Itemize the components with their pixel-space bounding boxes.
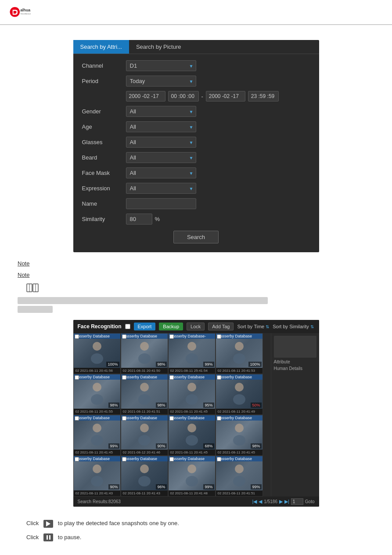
face-cell-timestamp: 02 2021-08-11 20:41:45: [169, 450, 215, 455]
face-cell-checkbox[interactable]: [122, 457, 126, 461]
facemask-select[interactable]: All: [126, 167, 196, 178]
export-button[interactable]: Export: [134, 323, 156, 330]
lock-button[interactable]: Lock: [187, 323, 205, 330]
page-input[interactable]: [291, 498, 303, 505]
face-silhouette: [179, 378, 205, 405]
face-cell-checkbox[interactable]: [217, 375, 221, 380]
face-cell-checkbox[interactable]: [75, 416, 79, 421]
face-silhouette: [84, 378, 110, 405]
beard-select[interactable]: All: [126, 152, 196, 163]
face-cell[interactable]: Passerby Database100%02 2021-08-11 20:41…: [73, 333, 121, 374]
face-cell-checkbox[interactable]: [169, 416, 174, 421]
face-cell-image: Passerby Database98%: [216, 415, 263, 450]
dahua-logo-icon: alhua TECHNOLOGY: [9, 4, 31, 20]
date-separator: -: [201, 93, 203, 100]
glasses-select[interactable]: All: [126, 137, 196, 148]
name-label: Name: [82, 200, 126, 207]
face-silhouette: [226, 378, 252, 405]
book-icon: [26, 283, 39, 293]
face-cell-checkbox[interactable]: [75, 334, 79, 339]
face-cell[interactable]: Passerby Database96%02 2021-08-11 20:41:…: [121, 456, 168, 497]
search-results-text: Search Results:82063: [78, 499, 121, 504]
face-cell-checkbox[interactable]: [169, 375, 174, 380]
face-cell-checkbox[interactable]: [122, 416, 126, 421]
face-cell-checkbox[interactable]: [169, 334, 174, 339]
tab-search-by-attribute[interactable]: Search by Attri...: [73, 40, 129, 54]
face-cell-checkbox[interactable]: [217, 457, 221, 461]
glasses-select-wrapper: All: [126, 137, 196, 148]
face-cell-checkbox[interactable]: [217, 416, 221, 421]
face-cell-checkbox[interactable]: [122, 375, 126, 380]
face-cell-timestamp: 02 2021-08-11 20:41:48: [169, 490, 215, 496]
gender-select[interactable]: All: [126, 106, 196, 117]
main-content: Search by Attri... Search by Picture Cha…: [0, 31, 392, 555]
face-cell[interactable]: Passerby Database99%02 2021-08-11 20:41:…: [73, 415, 121, 456]
tab-search-by-picture[interactable]: Search by Picture: [129, 40, 188, 54]
date-end-input[interactable]: [206, 91, 245, 102]
pause-bar-right: [49, 535, 50, 540]
expression-label: Expression: [82, 185, 126, 192]
face-cell[interactable]: Passerby Database98%02 2021-08-11 20:41:…: [73, 374, 121, 415]
face-cell-score: 98%: [251, 443, 261, 449]
face-silhouette: [131, 419, 158, 446]
face-cell-timestamp: 02 2021-08-11 20:41:45: [74, 450, 120, 455]
add-tag-button[interactable]: Add Tag: [208, 323, 234, 330]
face-cell[interactable]: Passerby Database90%02 2021-08-11 20:41:…: [73, 456, 121, 497]
svg-point-27: [187, 424, 196, 432]
face-cell[interactable]: Passerby Database99%02 2021-08-11 20:41:…: [216, 456, 263, 497]
face-recognition-panel: Face Recognition Export Backup Lock Add …: [73, 320, 319, 507]
period-select[interactable]: Today: [126, 76, 196, 87]
sort-similarity-arrows[interactable]: ⇅: [310, 324, 314, 329]
name-input[interactable]: [126, 198, 196, 209]
face-cell[interactable]: Passerby Database50%02 2021-08-11 20:41:…: [216, 374, 263, 415]
face-cell-checkbox[interactable]: [75, 457, 79, 461]
face-cell[interactable]: Passerby Database95%02 2021-08-11 20:41:…: [168, 374, 216, 415]
face-panel-placeholder: [274, 336, 316, 358]
face-cell-checkbox[interactable]: [217, 334, 221, 339]
svg-point-21: [235, 383, 244, 392]
date-start-input[interactable]: [126, 91, 165, 102]
face-cell[interactable]: Passerby Database98%02 2021-08-11 20:41:…: [121, 374, 168, 415]
gender-select-wrapper: All: [126, 106, 196, 117]
face-cell[interactable]: Passerby Database99%02 2021-08-11 20:41:…: [168, 456, 216, 497]
gender-label: Gender: [82, 108, 126, 115]
channel-select[interactable]: D1: [126, 60, 196, 71]
backup-button[interactable]: Backup: [159, 323, 183, 330]
first-page-btn[interactable]: |◀: [252, 499, 257, 504]
expression-select[interactable]: All: [126, 183, 196, 194]
face-cell[interactable]: Passerby Database90%02 2021-08-12 20:41:…: [121, 415, 168, 456]
face-cell-checkbox[interactable]: [75, 375, 79, 380]
face-cell-timestamp: 02 2021-08-11 20:41:45: [216, 450, 263, 455]
face-cell-timestamp: 02 2021-08-11 20:41:51: [121, 409, 168, 414]
select-all-checkbox[interactable]: [125, 324, 130, 329]
face-cell-timestamp: 02 2021-08-11 20:41:56: [74, 368, 120, 374]
search-button[interactable]: Search: [173, 231, 219, 243]
face-cell-checkbox[interactable]: [169, 457, 174, 461]
face-cell-score: 99%: [203, 484, 214, 490]
note1-text: Note: [18, 260, 29, 267]
prev-page-btn[interactable]: ◀: [259, 499, 262, 504]
similarity-input[interactable]: [126, 214, 152, 225]
face-silhouette: [84, 460, 110, 486]
svg-point-35: [187, 464, 196, 473]
last-page-btn[interactable]: ▶|: [284, 499, 289, 504]
age-select[interactable]: All: [126, 121, 196, 132]
face-cell-image: Passerby Database-99%: [169, 334, 215, 368]
face-cell[interactable]: Passerby Database100%02 2021-08-11 20:41…: [216, 333, 263, 374]
face-cell[interactable]: Passerby Database98%02 2021-08-31 20:41:…: [121, 333, 168, 374]
face-cell-timestamp: 02 2021-08-31 20:41:50: [121, 368, 168, 374]
face-cell[interactable]: Passerby Database68%02 2021-08-11 20:41:…: [168, 415, 216, 456]
face-silhouette: [84, 337, 110, 364]
face-cell[interactable]: Passerby Database-99%02 2021-08-11 25:41…: [168, 333, 216, 374]
svg-point-15: [93, 383, 101, 392]
face-cell[interactable]: Passerby Database98%02 2021-08-11 20:41:…: [216, 415, 263, 456]
expression-select-wrapper: All: [126, 183, 196, 194]
time-end-input[interactable]: [248, 91, 279, 102]
next-page-btn[interactable]: ▶: [279, 499, 283, 504]
svg-point-14: [233, 353, 245, 364]
time-start-input[interactable]: [168, 91, 199, 102]
face-cell-image: Passerby Database50%: [216, 374, 263, 409]
face-cell-image: Passerby Database98%: [121, 374, 168, 409]
face-cell-checkbox[interactable]: [122, 334, 126, 339]
sort-time-arrows[interactable]: ⇅: [266, 324, 269, 329]
